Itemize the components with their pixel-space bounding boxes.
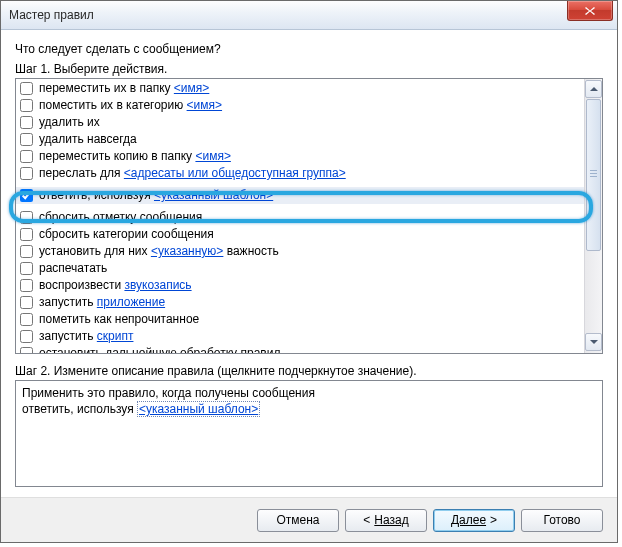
action-value-link[interactable]: приложение — [97, 295, 165, 309]
action-checkbox[interactable] — [20, 150, 33, 163]
step2-label: Шаг 2. Измените описание правила (щелкни… — [15, 364, 603, 378]
question-text: Что следует сделать с сообщением? — [15, 42, 603, 56]
action-checkbox[interactable] — [20, 99, 33, 112]
action-checkbox[interactable] — [20, 189, 33, 202]
action-row[interactable]: сбросить отметку сообщения — [16, 209, 584, 226]
action-label: запустить приложение — [39, 294, 165, 311]
chevron-up-icon — [590, 87, 598, 91]
close-button[interactable] — [567, 1, 613, 21]
action-checkbox[interactable] — [20, 211, 33, 224]
action-checkbox[interactable] — [20, 133, 33, 146]
action-label: удалить навсегда — [39, 131, 137, 148]
scroll-thumb[interactable] — [586, 99, 601, 251]
action-label: распечатать — [39, 260, 107, 277]
action-label: остановить дальнейшую обработку правил — [39, 345, 280, 353]
scroll-up-button[interactable] — [585, 80, 602, 98]
finish-button[interactable]: Готово — [521, 509, 603, 532]
action-checkbox[interactable] — [20, 116, 33, 129]
action-row[interactable]: сбросить категории сообщения — [16, 226, 584, 243]
action-row[interactable]: ответить, используя <указанный шаблон> — [16, 187, 584, 204]
action-label: переместить их в папку <имя> — [39, 80, 209, 97]
action-checkbox[interactable] — [20, 330, 33, 343]
action-checkbox[interactable] — [20, 262, 33, 275]
action-row[interactable]: воспроизвести звукозапись — [16, 277, 584, 294]
action-label: сбросить отметку сообщения — [39, 209, 202, 226]
next-button[interactable]: Далее > — [433, 509, 515, 532]
action-checkbox[interactable] — [20, 347, 33, 353]
action-value-link[interactable]: <имя> — [174, 81, 209, 95]
rule-description-box[interactable]: Применить это правило, когда получены со… — [15, 380, 603, 487]
action-label: пометить как непрочитанное — [39, 311, 199, 328]
action-label: переместить копию в папку <имя> — [39, 148, 231, 165]
action-checkbox[interactable] — [20, 167, 33, 180]
dialog-body: Что следует сделать с сообщением? Шаг 1.… — [1, 30, 617, 497]
action-value-link[interactable]: звукозапись — [124, 278, 191, 292]
action-label: воспроизвести звукозапись — [39, 277, 192, 294]
action-label: сбросить категории сообщения — [39, 226, 214, 243]
action-row[interactable]: запустить скрипт — [16, 328, 584, 345]
scroll-down-button[interactable] — [585, 333, 602, 351]
description-line2: ответить, используя <указанный шаблон> — [22, 401, 596, 417]
cancel-button[interactable]: Отмена — [257, 509, 339, 532]
action-row[interactable]: удалить навсегда — [16, 131, 584, 148]
footer: Отмена < Назад Далее > Готово — [1, 497, 617, 542]
action-value-link[interactable]: <адресаты или общедоступная группа> — [124, 166, 346, 180]
action-label: запустить скрипт — [39, 328, 133, 345]
actions-list-inner: переместить их в папку <имя>поместить их… — [16, 79, 584, 353]
action-row[interactable]: установить для них <указанную> важность — [16, 243, 584, 260]
action-row[interactable]: переместить их в папку <имя> — [16, 80, 584, 97]
action-row[interactable]: запустить приложение — [16, 294, 584, 311]
action-checkbox[interactable] — [20, 228, 33, 241]
action-row[interactable]: остановить дальнейшую обработку правил — [16, 345, 584, 353]
action-label: установить для них <указанную> важность — [39, 243, 279, 260]
action-row[interactable]: пометить как непрочитанное — [16, 311, 584, 328]
actions-listbox[interactable]: переместить их в папку <имя>поместить их… — [15, 78, 603, 354]
action-row[interactable]: поместить их в категорию <имя> — [16, 97, 584, 114]
action-value-link[interactable]: <указанный шаблон> — [154, 188, 273, 202]
action-value-link[interactable]: скрипт — [97, 329, 134, 343]
action-label: удалить их — [39, 114, 100, 131]
action-label: поместить их в категорию <имя> — [39, 97, 222, 114]
template-link[interactable]: <указанный шаблон> — [137, 401, 260, 417]
description-line1: Применить это правило, когда получены со… — [22, 385, 596, 401]
action-checkbox[interactable] — [20, 82, 33, 95]
action-row[interactable]: распечатать — [16, 260, 584, 277]
action-checkbox[interactable] — [20, 279, 33, 292]
action-label: переслать для <адресаты или общедоступна… — [39, 165, 346, 182]
scrollbar[interactable] — [584, 79, 602, 353]
back-button[interactable]: < Назад — [345, 509, 427, 532]
close-icon — [584, 6, 596, 16]
action-row[interactable]: удалить их — [16, 114, 584, 131]
step1-label: Шаг 1. Выберите действия. — [15, 62, 603, 76]
action-row[interactable]: переместить копию в папку <имя> — [16, 148, 584, 165]
action-value-link[interactable]: <имя> — [195, 149, 230, 163]
action-value-link[interactable]: <указанную> — [151, 244, 224, 258]
action-checkbox[interactable] — [20, 313, 33, 326]
action-checkbox[interactable] — [20, 245, 33, 258]
action-label: ответить, используя <указанный шаблон> — [39, 187, 273, 204]
action-row[interactable]: переслать для <адресаты или общедоступна… — [16, 165, 584, 182]
action-value-link[interactable]: <имя> — [187, 98, 222, 112]
rules-wizard-window: Мастер правил Что следует сделать с сооб… — [0, 0, 618, 543]
titlebar[interactable]: Мастер правил — [1, 1, 617, 30]
action-checkbox[interactable] — [20, 296, 33, 309]
window-title: Мастер правил — [9, 8, 94, 22]
chevron-down-icon — [590, 340, 598, 344]
